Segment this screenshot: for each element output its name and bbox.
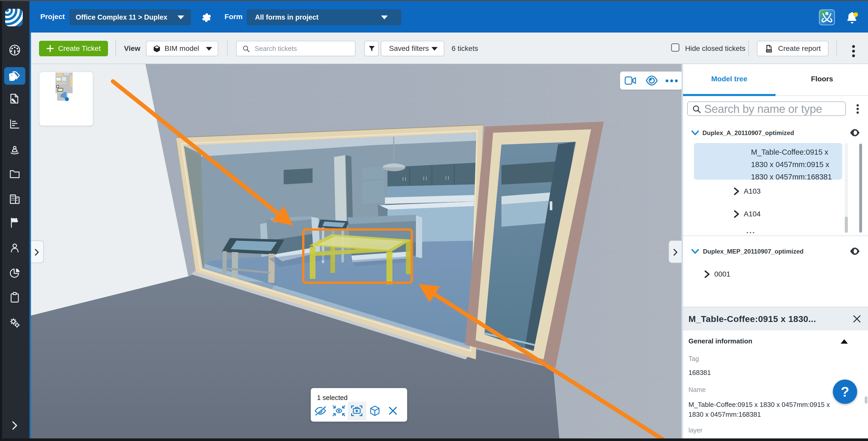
svg-text:PDF: PDF: [767, 50, 772, 53]
